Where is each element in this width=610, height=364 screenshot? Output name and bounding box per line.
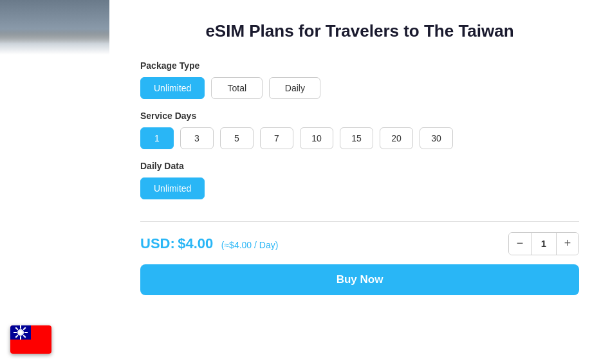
svg-line-8 [23, 327, 26, 330]
price-per-day: (≈$4.00 / Day) [221, 240, 279, 250]
package-type-total[interactable]: Total [211, 77, 263, 99]
svg-line-6 [15, 327, 18, 330]
page-title: eSIM Plans for Travelers to The Taiwan [140, 21, 579, 42]
quantity-value: 1 [531, 233, 557, 255]
taiwan-flag [10, 325, 51, 354]
service-days-options: 1 3 5 7 10 15 20 30 [140, 127, 579, 149]
service-days-20[interactable]: 20 [380, 127, 413, 149]
svg-line-7 [23, 335, 26, 338]
svg-point-10 [19, 331, 23, 334]
package-type-daily[interactable]: Daily [269, 77, 320, 99]
right-panel: eSIM Plans for Travelers to The Taiwan P… [109, 0, 610, 364]
service-days-label: Service Days [140, 111, 579, 121]
service-days-section: Service Days 1 3 5 7 10 15 20 30 [140, 111, 579, 149]
daily-data-section: Daily Data Unlimited [140, 161, 579, 199]
service-days-30[interactable]: 30 [420, 127, 453, 149]
quantity-decrease-button[interactable]: − [509, 233, 531, 255]
package-type-options: Unlimited Total Daily [140, 77, 579, 99]
left-panel [0, 0, 109, 364]
service-days-5[interactable]: 5 [220, 127, 254, 149]
package-type-section: Package Type Unlimited Total Daily [140, 60, 579, 99]
daily-data-unlimited[interactable]: Unlimited [140, 177, 205, 199]
service-days-3[interactable]: 3 [180, 127, 214, 149]
temple-image [0, 0, 109, 364]
daily-data-label: Daily Data [140, 161, 579, 171]
price-row: USD: $4.00 (≈$4.00 / Day) − 1 + [140, 232, 579, 255]
svg-line-9 [15, 335, 18, 338]
service-days-10[interactable]: 10 [300, 127, 333, 149]
divider [140, 221, 579, 222]
service-days-1[interactable]: 1 [140, 127, 174, 149]
price-display: USD: $4.00 (≈$4.00 / Day) [140, 235, 278, 252]
service-days-7[interactable]: 7 [260, 127, 293, 149]
package-type-unlimited[interactable]: Unlimited [140, 77, 205, 99]
quantity-control: − 1 + [508, 232, 579, 255]
service-days-15[interactable]: 15 [340, 127, 373, 149]
quantity-increase-button[interactable]: + [557, 233, 578, 255]
daily-data-options: Unlimited [140, 177, 579, 199]
package-type-label: Package Type [140, 60, 579, 71]
buy-now-button[interactable]: Buy Now [140, 264, 579, 295]
price-currency: USD: [140, 235, 175, 251]
price-amount: $4.00 [178, 235, 213, 251]
